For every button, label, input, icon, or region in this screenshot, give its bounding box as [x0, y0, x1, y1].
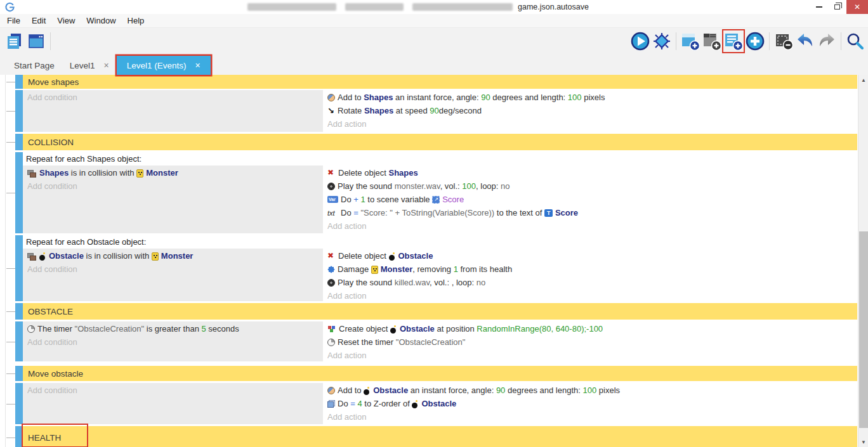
- add-condition[interactable]: Add condition: [27, 384, 318, 397]
- actions-cell[interactable]: Delete object ShapesPlay the sound monst…: [324, 165, 857, 233]
- text-segment: Reset the timer: [338, 337, 396, 347]
- tab-level1-events-[interactable]: Level1 (Events)×: [117, 56, 211, 75]
- condition-line[interactable]: The timer "ObstacleCreation" is greater …: [27, 322, 318, 335]
- text-segment: , vol.:: [440, 181, 463, 191]
- text-segment: degrees and length:: [505, 385, 582, 395]
- add-condition[interactable]: Add condition: [27, 262, 318, 276]
- add-condition[interactable]: Add condition: [27, 335, 318, 349]
- group-header-row[interactable]: COLLISION: [15, 134, 857, 150]
- conditions-cell[interactable]: Add condition: [23, 383, 323, 424]
- text-segment: Monster: [146, 168, 178, 178]
- repeat-event-header[interactable]: Repeat for each Shapes object:: [23, 152, 857, 165]
- close-button[interactable]: ✕: [846, 0, 868, 14]
- scroll-up-arrow[interactable]: ▲: [858, 75, 868, 85]
- group-header-row[interactable]: Move shapes: [15, 75, 857, 89]
- event-row[interactable]: Repeat for each Shapes object:Shapes is …: [15, 152, 857, 233]
- action-line[interactable]: Do = "Score: " + ToString(Variable(Score…: [327, 206, 852, 219]
- action-line[interactable]: Do = 4 to Z-order of Obstacle: [327, 397, 852, 410]
- actions-cell[interactable]: Add to Obstacle an instant force, angle:…: [324, 383, 857, 424]
- condition-line[interactable]: Shapes is in collision with Monster: [27, 166, 318, 179]
- action-line[interactable]: Do + 1 to scene variable Score: [327, 193, 852, 206]
- monster-icon: [371, 266, 378, 274]
- add-event-button[interactable]: [680, 30, 700, 52]
- text-segment: The timer: [37, 324, 75, 334]
- add-comment-button[interactable]: [723, 30, 744, 52]
- add-action[interactable]: Add action: [327, 349, 852, 361]
- event-row[interactable]: The timer "ObstacleCreation" is greater …: [15, 321, 857, 361]
- group-header-row[interactable]: Move obstacle: [15, 366, 857, 381]
- action-line[interactable]: Damage Monster, removing 1 from its heal…: [327, 262, 852, 276]
- text-segment: +: [353, 195, 360, 204]
- tab-bar: Start PageLevel1×Level1 (Events)×: [0, 55, 868, 75]
- scrollbar-thumb[interactable]: [859, 231, 868, 428]
- add-action[interactable]: Add action: [327, 289, 852, 301]
- actions-cell[interactable]: Create object Obstacle at position Rando…: [324, 321, 857, 361]
- vertical-scrollbar[interactable]: ▲ ▼: [858, 75, 868, 447]
- text-segment: monster.wav: [395, 181, 440, 191]
- repeat-event-header[interactable]: Repeat for each Obstacle object:: [23, 235, 857, 249]
- menu-item-file[interactable]: File: [1, 14, 26, 28]
- tab-close-icon[interactable]: ×: [195, 60, 201, 70]
- action-line[interactable]: Rotate Shapes at speed 90deg/second: [327, 104, 852, 117]
- group-label: Move shapes: [28, 77, 79, 87]
- undo-button[interactable]: [795, 30, 815, 52]
- action-line[interactable]: Delete object Shapes: [327, 166, 852, 179]
- group-header-row[interactable]: HEALTH: [15, 426, 857, 447]
- add-other-button[interactable]: [745, 30, 765, 52]
- project-manager-button[interactable]: [4, 30, 25, 52]
- add-action[interactable]: Add action: [327, 117, 852, 131]
- event-row[interactable]: Add conditionAdd to Shapes an instant fo…: [15, 90, 857, 132]
- action-line[interactable]: Create object Obstacle at position Rando…: [327, 322, 852, 335]
- redo-button[interactable]: [817, 30, 837, 52]
- text-segment: at speed: [393, 106, 430, 115]
- action-line[interactable]: Play the sound killed.wav, vol.: , loop:…: [327, 276, 852, 289]
- actions-cell[interactable]: Add to Shapes an instant force, angle: 9…: [324, 90, 857, 132]
- conditions-cell[interactable]: The timer "ObstacleCreation" is greater …: [23, 321, 323, 361]
- conditions-cell[interactable]: Shapes is in collision with MonsterAdd c…: [23, 165, 323, 233]
- condition-line[interactable]: Obstacle is in collision with Monster: [27, 249, 318, 262]
- event-body: The timer "ObstacleCreation" is greater …: [23, 321, 857, 361]
- tab-start-page[interactable]: Start Page: [6, 56, 62, 75]
- debug-button[interactable]: [652, 30, 672, 52]
- conditions-cell[interactable]: Obstacle is in collision with MonsterAdd…: [23, 249, 323, 301]
- add-condition[interactable]: Add condition: [27, 179, 318, 193]
- text-segment: Shapes: [389, 168, 418, 178]
- group-header-row[interactable]: OBSTACLE: [15, 303, 857, 320]
- action-line[interactable]: Delete object Obstacle: [327, 249, 852, 262]
- action-line[interactable]: Reset the timer "ObstacleCreation": [327, 335, 852, 349]
- search-icon: [845, 31, 865, 51]
- tab-level1[interactable]: Level1×: [62, 56, 117, 75]
- delete-event-button[interactable]: [773, 30, 794, 52]
- preview-button[interactable]: [630, 30, 650, 52]
- event-row[interactable]: Add conditionAdd to Obstacle an instant …: [15, 383, 857, 424]
- action-line[interactable]: Play the sound monster.wav, vol.: 100, l…: [327, 179, 852, 193]
- restore-button[interactable]: [828, 0, 846, 14]
- text-segment: , loop:: [476, 181, 501, 191]
- event-row[interactable]: Repeat for each Obstacle object:Obstacle…: [15, 235, 857, 301]
- text-segment: Shapes: [39, 168, 69, 178]
- bomb-icon: [389, 252, 396, 261]
- menu-item-edit[interactable]: Edit: [26, 14, 51, 28]
- toolbar-separator: [50, 32, 51, 50]
- text-segment: =: [350, 399, 357, 408]
- actions-cell[interactable]: Delete object ObstacleDamage Monster, re…: [324, 249, 857, 301]
- start-page-button[interactable]: [26, 30, 46, 52]
- menu-item-window[interactable]: Window: [81, 14, 121, 28]
- scroll-down-arrow[interactable]: ▼: [858, 437, 868, 447]
- tab-close-icon[interactable]: ×: [104, 60, 109, 70]
- add-action[interactable]: Add action: [327, 219, 852, 233]
- add-condition[interactable]: Add condition: [27, 91, 318, 104]
- action-line[interactable]: Add to Shapes an instant force, angle: 9…: [327, 91, 852, 104]
- conditions-cell[interactable]: Add condition: [23, 90, 323, 132]
- text-segment: Delete object: [338, 251, 389, 261]
- add-action[interactable]: Add action: [327, 410, 852, 424]
- search-button[interactable]: [845, 30, 865, 52]
- menu-item-view[interactable]: View: [51, 14, 81, 28]
- add-sub-event-button[interactable]: [702, 30, 722, 52]
- action-line[interactable]: Add to Obstacle an instant force, angle:…: [327, 384, 852, 397]
- minimize-button[interactable]: [810, 0, 828, 14]
- text-segment: pixels: [582, 93, 605, 102]
- group-label: COLLISION: [28, 138, 74, 147]
- menu-item-help[interactable]: Help: [122, 14, 150, 28]
- text-segment: Add to: [338, 93, 364, 102]
